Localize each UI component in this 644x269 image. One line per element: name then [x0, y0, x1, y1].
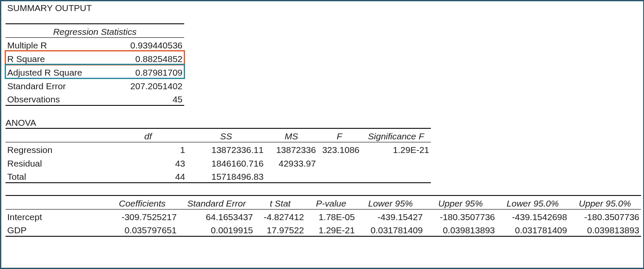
coef-row-gdp: GDP 0.035797651 0.0019915 17.97522 1.29E… — [6, 223, 641, 236]
value-multiple-r: 0.939440536 — [108, 37, 184, 51]
coef-hdr-u95b: Upper 95.0% — [569, 195, 641, 209]
anova-sigf-residual — [361, 156, 431, 169]
row-adj-r-square: Adjusted R Square 0.87981709 — [6, 65, 184, 78]
row-r-square: R Square 0.88254852 — [6, 51, 184, 65]
anova-hdr-df: df — [109, 128, 187, 142]
anova-f-residual — [318, 156, 361, 169]
coef-val-gdp-u95b: 0.039813893 — [569, 223, 641, 236]
value-r-square: 0.88254852 — [108, 51, 184, 65]
coef-hdr-l95b: Lower 95.0% — [497, 195, 569, 209]
anova-label-total: Total — [6, 169, 109, 183]
row-observations: Observations 45 — [6, 92, 184, 105]
summary-title: SUMMARY OUTPUT — [6, 3, 94, 23]
coef-val-gdp-coef: 0.035797651 — [106, 223, 179, 236]
coef-val-intercept-l95b: -439.1542698 — [497, 209, 569, 223]
anova-header-row: df SS MS F Significance F — [6, 128, 431, 142]
regstats-header: Regression Statistics — [6, 24, 184, 37]
anova-row-total: Total 44 15718496.83 — [6, 169, 431, 183]
label-standard-error: Standard Error — [6, 78, 108, 92]
coef-hdr-se: Standard Error — [178, 195, 254, 209]
anova-ms-regression: 13872336 — [265, 142, 318, 156]
coef-val-gdp-l95: 0.031781409 — [356, 223, 425, 236]
anova-df-regression: 1 — [109, 142, 187, 156]
coef-val-gdp-t: 17.97522 — [255, 223, 306, 236]
coef-hdr-coef: Coefficients — [106, 195, 179, 209]
coef-header-row: Coefficients Standard Error t Stat P-val… — [6, 195, 641, 209]
anova-hdr-f: F — [318, 128, 361, 142]
label-multiple-r: Multiple R — [6, 37, 108, 51]
anova-f-regression: 323.1086 — [318, 142, 361, 156]
coef-val-intercept-p: 1.78E-05 — [306, 209, 357, 223]
anova-df-residual: 43 — [109, 156, 187, 169]
coef-val-intercept-u95: -180.3507736 — [425, 209, 497, 223]
value-standard-error: 207.2051402 — [108, 78, 184, 92]
coef-val-intercept-t: -4.827412 — [255, 209, 306, 223]
anova-hdr-sigf: Significance F — [361, 128, 431, 142]
value-observations: 45 — [108, 92, 184, 105]
coef-label-gdp: GDP — [6, 223, 106, 236]
anova-ss-residual: 1846160.716 — [187, 156, 265, 169]
anova-ms-total — [265, 169, 318, 183]
regression-statistics-table: Regression Statistics Multiple R 0.93944… — [6, 23, 184, 106]
anova-hdr-ms: MS — [265, 128, 318, 142]
coef-val-intercept-coef: -309.7525217 — [106, 209, 179, 223]
value-adj-r-square: 0.87981709 — [108, 65, 184, 78]
anova-hdr-ss: SS — [187, 128, 265, 142]
anova-row-residual: Residual 43 1846160.716 42933.97 — [6, 156, 431, 169]
coef-val-intercept-se: 64.1653437 — [178, 209, 254, 223]
coef-hdr-u95: Upper 95% — [425, 195, 497, 209]
anova-title: ANOVA — [6, 118, 639, 128]
coef-val-gdp-u95: 0.039813893 — [425, 223, 497, 236]
anova-label-residual: Residual — [6, 156, 109, 169]
coef-label-intercept: Intercept — [6, 209, 106, 223]
anova-ss-total: 15718496.83 — [187, 169, 265, 183]
anova-ss-regression: 13872336.11 — [187, 142, 265, 156]
coef-hdr-t: t Stat — [255, 195, 306, 209]
coef-val-intercept-l95: -439.15427 — [356, 209, 425, 223]
anova-ms-residual: 42933.97 — [265, 156, 318, 169]
coef-val-intercept-u95b: -180.3507736 — [569, 209, 641, 223]
anova-label-regression: Regression — [6, 142, 109, 156]
coef-val-gdp-p: 1.29E-21 — [306, 223, 357, 236]
anova-row-regression: Regression 1 13872336.11 13872336 323.10… — [6, 142, 431, 156]
coefficients-table: Coefficients Standard Error t Stat P-val… — [6, 195, 641, 237]
coef-val-gdp-se: 0.0019915 — [178, 223, 254, 236]
anova-sigf-regression: 1.29E-21 — [361, 142, 431, 156]
anova-table: df SS MS F Significance F Regression 1 1… — [6, 128, 431, 183]
label-adj-r-square: Adjusted R Square — [6, 65, 108, 78]
coef-val-gdp-l95b: 0.031781409 — [497, 223, 569, 236]
row-standard-error: Standard Error 207.2051402 — [6, 78, 184, 92]
anova-sigf-total — [361, 169, 431, 183]
coef-hdr-l95: Lower 95% — [356, 195, 425, 209]
regression-output-frame: SUMMARY OUTPUT Regression Statistics Mul… — [0, 0, 644, 269]
anova-f-total — [318, 169, 361, 183]
coef-row-intercept: Intercept -309.7525217 64.1653437 -4.827… — [6, 209, 641, 223]
label-r-square: R Square — [6, 51, 108, 65]
row-multiple-r: Multiple R 0.939440536 — [6, 37, 184, 51]
anova-df-total: 44 — [109, 169, 187, 183]
label-observations: Observations — [6, 92, 108, 105]
coef-hdr-p: P-value — [306, 195, 357, 209]
